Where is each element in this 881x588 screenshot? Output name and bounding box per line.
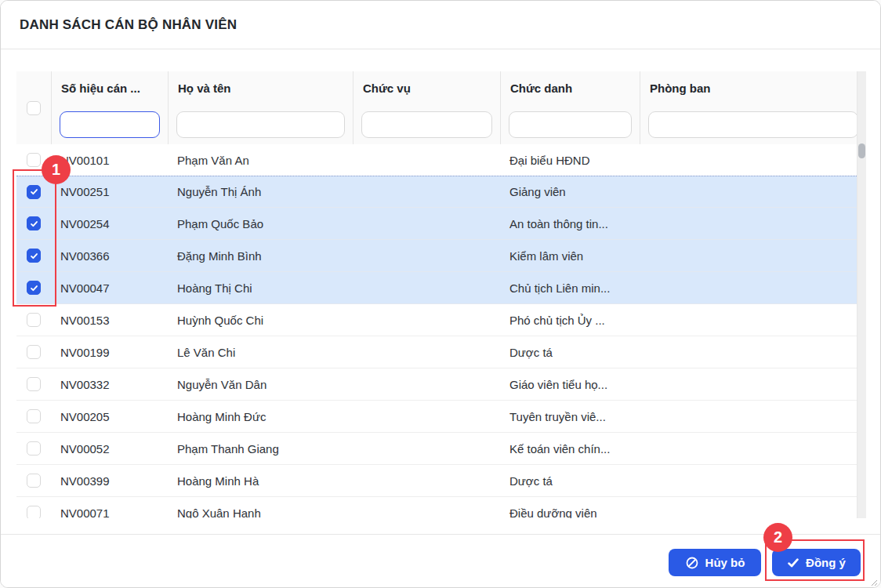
table-row[interactable]: NV00254 Phạm Quốc Bảo An toàn thông tin.… [16, 208, 866, 240]
cell-so-hieu: NV00071 [51, 497, 168, 518]
column-header-chuc-vu: Chức vụ [353, 71, 500, 105]
cell-chuc-danh: Dược tá [500, 336, 640, 368]
cell-ho-va-ten: Nguyễn Văn Dân [168, 368, 353, 400]
filter-cell-chuc-vu [353, 105, 500, 144]
row-checkbox[interactable] [27, 441, 41, 456]
vertical-scrollbar-thumb[interactable] [858, 143, 865, 158]
row-checkbox[interactable] [27, 345, 41, 359]
cell-chuc-vu [353, 144, 500, 176]
cancel-button-label: Hủy bỏ [705, 556, 745, 569]
table-row[interactable]: NV00101 Phạm Văn An Đại biểu HĐND [16, 144, 866, 176]
table-row[interactable]: NV00153 Huỳnh Quốc Chi Phó chủ tịch Ủy .… [16, 304, 866, 336]
cell-ho-va-ten: Huỳnh Quốc Chi [168, 304, 353, 336]
cell-phong-ban [640, 144, 866, 176]
table-row[interactable]: NV00071 Ngô Xuân Hạnh Điều dưỡng viên [16, 497, 866, 518]
row-checkbox-cell [16, 272, 51, 303]
cell-ho-va-ten: Phạm Văn An [168, 144, 353, 176]
cell-chuc-vu [353, 465, 500, 496]
table-row[interactable]: NV00399 Hoàng Minh Hà Dược tá [16, 465, 866, 497]
resize-grip[interactable] [868, 575, 878, 585]
row-checkbox[interactable] [27, 377, 41, 391]
column-header-so-hieu: Số hiệu cán ... [51, 71, 168, 105]
cell-phong-ban [640, 401, 866, 432]
cell-so-hieu: NV00332 [51, 368, 168, 400]
cell-so-hieu: NV00052 [51, 433, 168, 464]
row-checkbox-cell [16, 433, 51, 464]
table-row[interactable]: NV00366 Đặng Minh Bình Kiểm lâm viên [16, 240, 866, 272]
table-row[interactable]: NV00205 Hoàng Minh Đức Tuyên truyền viê.… [16, 401, 866, 433]
cell-phong-ban [640, 272, 866, 303]
cell-phong-ban [640, 304, 866, 336]
row-checkbox[interactable] [27, 313, 41, 327]
staff-list-modal: DANH SÁCH CÁN BỘ NHÂN VIÊN Số hiệu cán .… [0, 0, 881, 588]
cancel-button[interactable]: Hủy bỏ [669, 549, 761, 576]
filter-cell-chuc-danh [500, 105, 640, 144]
cell-phong-ban [640, 465, 866, 496]
modal-footer: Hủy bỏ Đồng ý [1, 534, 880, 587]
cell-chuc-vu [353, 336, 500, 368]
modal-header: DANH SÁCH CÁN BỘ NHÂN VIÊN [1, 1, 880, 49]
cell-phong-ban [640, 368, 866, 400]
table-row[interactable]: NV00332 Nguyễn Văn Dân Giáo viên tiểu họ… [16, 368, 866, 401]
cell-chuc-danh: Giảng viên [500, 176, 640, 207]
cell-ho-va-ten: Hoàng Minh Hà [168, 465, 353, 496]
select-all-cell [16, 71, 51, 144]
row-checkbox-cell [16, 208, 51, 239]
table-row[interactable]: NV00199 Lê Văn Chi Dược tá [16, 336, 866, 368]
check-icon [29, 187, 39, 197]
row-checkbox-cell [16, 336, 51, 368]
cell-so-hieu: NV00047 [51, 272, 168, 303]
row-checkbox[interactable] [27, 506, 41, 518]
staff-table: Số hiệu cán ... Họ và tên Chức vụ Chức d… [16, 71, 866, 518]
column-header-phong-ban: Phòng ban [640, 71, 866, 105]
cell-so-hieu: NV00366 [51, 240, 168, 271]
cell-ho-va-ten: Phạm Quốc Bảo [168, 208, 353, 239]
cell-chuc-vu [353, 368, 500, 400]
cell-chuc-vu [353, 401, 500, 432]
row-checkbox[interactable] [27, 409, 41, 423]
cell-so-hieu: NV00153 [51, 304, 168, 336]
check-icon [29, 283, 39, 293]
cell-ho-va-ten: Hoàng Minh Đức [168, 401, 353, 432]
table-row[interactable]: NV00047 Hoàng Thị Chi Chủ tịch Liên min.… [16, 272, 866, 304]
row-checkbox[interactable] [27, 249, 41, 263]
cell-ho-va-ten: Lê Văn Chi [168, 336, 353, 368]
cell-so-hieu: NV00205 [51, 401, 168, 432]
confirm-button[interactable]: Đồng ý [772, 549, 861, 576]
table-row[interactable]: NV00251 Nguyễn Thị Ánh Giảng viên [16, 176, 866, 208]
cell-so-hieu: NV00254 [51, 208, 168, 239]
row-checkbox[interactable] [27, 153, 41, 167]
cell-phong-ban [640, 176, 866, 207]
filter-input-chuc-vu[interactable] [361, 111, 492, 138]
cell-chuc-danh: Phó chủ tịch Ủy ... [500, 304, 640, 336]
filter-input-phong-ban[interactable] [648, 111, 858, 138]
vertical-scrollbar-track [857, 71, 866, 518]
filter-input-ho-va-ten[interactable] [176, 111, 345, 138]
cell-chuc-danh: An toàn thông tin... [500, 208, 640, 239]
cell-so-hieu: NV00101 [51, 144, 168, 176]
table-body: NV00101 Phạm Văn An Đại biểu HĐND NV0025… [16, 144, 866, 518]
cell-chuc-vu [353, 272, 500, 303]
row-checkbox[interactable] [27, 474, 41, 488]
cell-phong-ban [640, 497, 866, 518]
column-header-ho-va-ten: Họ và tên [168, 71, 353, 105]
select-all-checkbox[interactable] [27, 101, 41, 115]
cancel-icon [685, 556, 699, 570]
cell-chuc-vu [353, 176, 500, 207]
row-checkbox[interactable] [27, 185, 41, 199]
table-row[interactable]: NV00052 Phạm Thanh Giang Kế toán viên ch… [16, 433, 866, 465]
row-checkbox[interactable] [27, 216, 41, 230]
cell-chuc-vu [353, 433, 500, 464]
row-checkbox-cell [16, 401, 51, 432]
modal-title: DANH SÁCH CÁN BỘ NHÂN VIÊN [20, 17, 237, 33]
filter-input-chuc-danh[interactable] [509, 111, 632, 138]
filter-cell-phong-ban [640, 105, 866, 144]
row-checkbox-cell [16, 176, 51, 207]
cell-chuc-vu [353, 208, 500, 239]
cell-so-hieu: NV00199 [51, 336, 168, 368]
cell-chuc-danh: Chủ tịch Liên min... [500, 272, 640, 303]
filter-input-so-hieu[interactable] [60, 111, 160, 138]
row-checkbox-cell [16, 368, 51, 400]
cell-so-hieu: NV00399 [51, 465, 168, 496]
row-checkbox[interactable] [27, 281, 41, 295]
